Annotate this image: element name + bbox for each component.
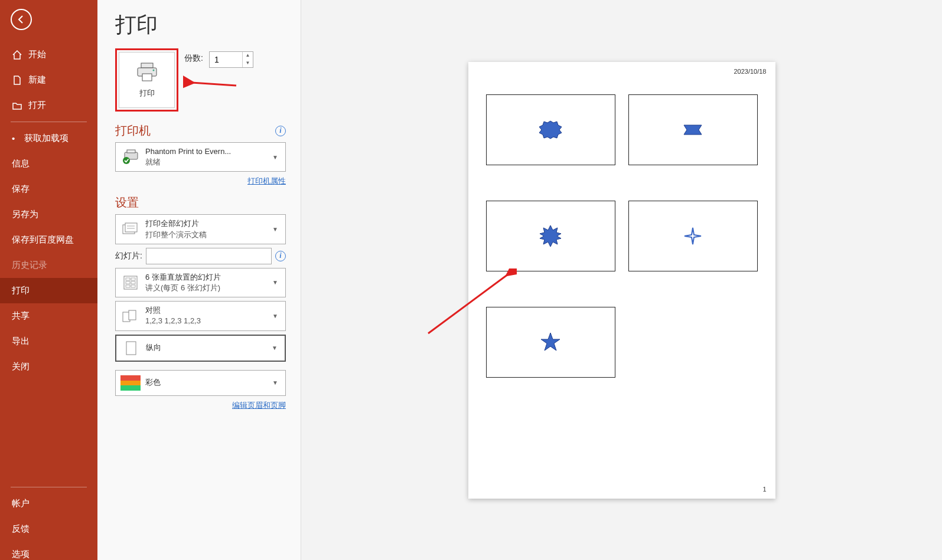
nav-account-label: 帐户 xyxy=(12,498,30,509)
nav-addins-label: 获取加载项 xyxy=(24,133,69,144)
copies-input[interactable] xyxy=(210,55,242,64)
nav-history: 历史记录 xyxy=(0,253,97,278)
arrow-left-icon xyxy=(16,14,27,25)
printer-status-icon xyxy=(120,148,141,166)
color-label: 彩色 xyxy=(145,377,270,388)
orientation-dropdown[interactable]: 纵向 ▼ xyxy=(115,335,286,362)
chevron-down-icon: ▼ xyxy=(270,379,281,386)
svg-rect-2 xyxy=(142,74,152,81)
printer-name: Phantom Print to Evern... xyxy=(145,146,270,157)
nav-export[interactable]: 导出 xyxy=(0,329,97,354)
handout-6-icon xyxy=(120,274,141,292)
print-button[interactable]: 打印 xyxy=(119,52,175,108)
svg-rect-20 xyxy=(126,342,136,355)
printer-icon xyxy=(135,62,159,82)
nav-home[interactable]: 开始 xyxy=(0,42,97,67)
layout-title: 6 张垂直放置的幻灯片 xyxy=(145,272,270,283)
copies-up[interactable]: ▲ xyxy=(243,52,253,60)
slides-all-icon xyxy=(120,221,141,238)
print-settings-panel: 打印 打印 份数: ▲ ▼ 打印机 i xyxy=(97,0,301,560)
print-range-dropdown[interactable]: 打印全部幻灯片 打印整个演示文稿 ▼ xyxy=(115,214,286,244)
chevron-down-icon: ▼ xyxy=(270,279,281,286)
svg-point-6 xyxy=(123,157,130,164)
portrait-icon xyxy=(121,339,141,357)
nav-account[interactable]: 帐户 xyxy=(0,491,97,516)
nav-savebaidu[interactable]: 保存到百度网盘 xyxy=(0,227,97,253)
nav-save[interactable]: 保存 xyxy=(0,176,97,202)
orientation-label: 纵向 xyxy=(146,342,269,353)
nav-new-label: 新建 xyxy=(28,74,46,86)
slide-thumb-1 xyxy=(486,94,615,165)
collate-dropdown[interactable]: 对照 1,2,3 1,2,3 1,2,3 ▼ xyxy=(115,301,286,330)
svg-rect-5 xyxy=(127,150,135,153)
layout-sub: 讲义(每页 6 张幻灯片) xyxy=(145,283,270,293)
color-dropdown[interactable]: 彩色 ▼ xyxy=(115,370,286,396)
printer-properties-link[interactable]: 打印机属性 xyxy=(247,176,286,185)
back-button[interactable] xyxy=(11,9,32,30)
print-preview-area: 2023/10/18 1 xyxy=(301,0,942,560)
nav-save-label: 保存 xyxy=(12,184,30,195)
chevron-down-icon: ▼ xyxy=(269,345,280,351)
nav-info[interactable]: 信息 xyxy=(0,151,97,176)
copies-input-wrapper: ▲ ▼ xyxy=(209,51,253,68)
slide-thumb-3 xyxy=(486,201,615,271)
nav-new[interactable]: 新建 xyxy=(0,67,97,93)
slides-range-input[interactable] xyxy=(146,248,272,264)
slide-thumb-2 xyxy=(628,94,758,165)
folder-open-icon xyxy=(12,100,22,111)
chevron-down-icon: ▼ xyxy=(270,226,281,232)
nav-history-label: 历史记录 xyxy=(12,260,47,271)
nav-info-label: 信息 xyxy=(12,158,30,169)
preview-date: 2023/10/18 xyxy=(734,68,766,75)
nav-divider xyxy=(11,487,87,487)
print-button-label: 打印 xyxy=(139,88,155,99)
copies-down[interactable]: ▼ xyxy=(243,60,253,67)
svg-rect-0 xyxy=(141,63,153,68)
nav-share-label: 共享 xyxy=(12,310,30,322)
nav-open[interactable]: 打开 xyxy=(0,93,97,118)
nav-options[interactable]: 选项 xyxy=(0,542,97,560)
page-title: 打印 xyxy=(115,11,286,40)
info-icon[interactable]: i xyxy=(275,251,286,261)
printer-dropdown[interactable]: Phantom Print to Evern... 就绪 ▼ xyxy=(115,142,286,172)
copies-label: 份数: xyxy=(184,48,203,64)
collate-title: 对照 xyxy=(145,305,270,316)
nav-feedback-label: 反馈 xyxy=(12,523,30,535)
backstage-sidebar: 开始 新建 打开 获取加载项 信息 保存 另存为 保存到百度网盘 历史记录 打印… xyxy=(0,0,97,560)
nav-saveas-label: 另存为 xyxy=(12,209,38,220)
nav-saveas[interactable]: 另存为 xyxy=(0,202,97,227)
nav-export-label: 导出 xyxy=(12,336,30,347)
info-icon[interactable]: i xyxy=(275,126,286,136)
page-preview: 2023/10/18 1 xyxy=(468,62,775,499)
svg-point-3 xyxy=(152,69,154,71)
home-icon xyxy=(12,50,22,60)
chevron-down-icon: ▼ xyxy=(270,313,281,319)
preview-page-number: 1 xyxy=(762,486,766,493)
file-icon xyxy=(12,75,22,86)
print-button-highlight: 打印 xyxy=(115,48,178,112)
nav-print[interactable]: 打印 xyxy=(0,278,97,303)
color-icon xyxy=(120,374,141,392)
svg-rect-8 xyxy=(125,223,137,232)
layout-dropdown[interactable]: 6 张垂直放置的幻灯片 讲义(每页 6 张幻灯片) ▼ xyxy=(115,268,286,297)
nav-open-label: 打开 xyxy=(28,100,46,111)
nav-close[interactable]: 关闭 xyxy=(0,354,97,379)
nav-addins[interactable]: 获取加载项 xyxy=(0,126,97,151)
nav-close-label: 关闭 xyxy=(12,361,30,372)
nav-options-label: 选项 xyxy=(12,549,30,560)
handout-grid xyxy=(486,94,758,378)
nav-savebaidu-label: 保存到百度网盘 xyxy=(12,234,74,245)
collate-icon xyxy=(120,307,141,325)
range-sub: 打印整个演示文稿 xyxy=(145,230,270,240)
svg-rect-19 xyxy=(129,310,136,320)
chevron-down-icon: ▼ xyxy=(270,154,281,161)
nav-divider xyxy=(11,122,87,122)
header-footer-link[interactable]: 编辑页眉和页脚 xyxy=(232,401,286,410)
range-title: 打印全部幻灯片 xyxy=(145,218,270,229)
slide-thumb-5 xyxy=(486,307,615,378)
nav-print-label: 打印 xyxy=(12,285,30,296)
slide-thumb-4 xyxy=(628,201,758,271)
nav-share[interactable]: 共享 xyxy=(0,303,97,329)
collate-sub: 1,2,3 1,2,3 1,2,3 xyxy=(145,316,270,326)
nav-feedback[interactable]: 反馈 xyxy=(0,516,97,542)
